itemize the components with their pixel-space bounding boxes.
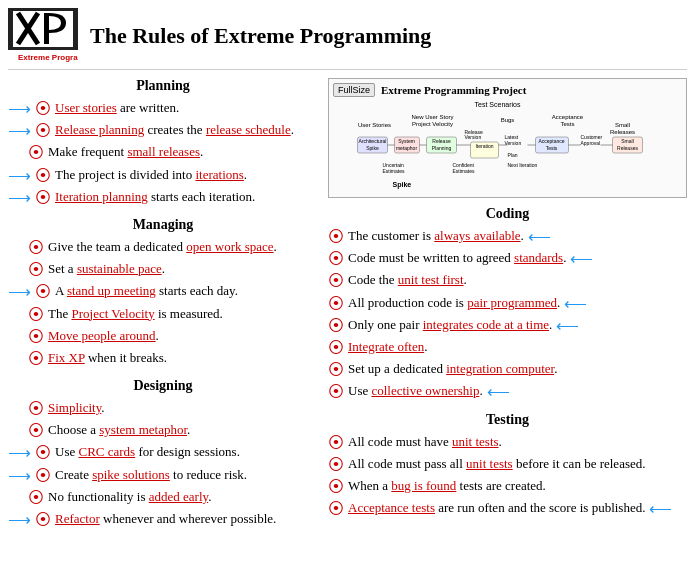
bullet-icon: ⦿: [28, 260, 44, 279]
arrow-icon: ⟶: [8, 282, 31, 301]
bullet-icon: ⦿: [35, 188, 51, 207]
left-column: Planning ⟶ ⦿ User stories are written. ⟶…: [8, 78, 318, 539]
managing-list: ⦿ Give the team a dedicated open work sp…: [8, 238, 318, 368]
arrow-icon: ⟶: [8, 121, 31, 140]
testing-title: Testing: [328, 412, 687, 428]
item-text: A stand up meeting starts each day.: [55, 282, 238, 300]
bullet-icon: ⦿: [328, 271, 344, 290]
fix-xp-link[interactable]: Fix XP: [48, 350, 85, 365]
unit-tests-link[interactable]: unit tests: [452, 434, 499, 449]
small-releases-link[interactable]: small releases: [127, 144, 200, 159]
integrates-code-link[interactable]: integrates code at a time: [423, 317, 549, 332]
arrow-icon: ⟵: [570, 249, 593, 268]
page: Extreme Programming The Rules of Extreme…: [0, 0, 695, 547]
item-text: The Project Velocity is measured.: [48, 305, 223, 323]
added-early-link[interactable]: added early: [149, 489, 208, 504]
bullet-icon: ⦿: [35, 99, 51, 118]
list-item: ⦿ The Project Velocity is measured.: [8, 305, 318, 324]
sustainable-pace-link[interactable]: sustainable pace: [77, 261, 162, 276]
list-item: ⟶ ⦿ Use CRC cards for design sessions.: [8, 443, 318, 462]
bullet-icon: ⦿: [28, 143, 44, 162]
list-item: ⦿ Use collective ownership. ⟵: [328, 382, 687, 401]
bullet-icon: ⦿: [35, 466, 51, 485]
all-unit-tests-link[interactable]: unit tests: [466, 456, 513, 471]
header: Extreme Programming The Rules of Extreme…: [8, 8, 687, 70]
testing-section: Testing ⦿ All code must have unit tests.…: [328, 412, 687, 519]
integration-computer-link[interactable]: integration computer: [446, 361, 554, 376]
list-item: ⦿ Only one pair integrates code at a tim…: [328, 316, 687, 335]
bullet-icon: ⦿: [28, 238, 44, 257]
managing-title: Managing: [8, 217, 318, 233]
standards-link[interactable]: standards: [514, 250, 563, 265]
item-text: Simplicity.: [48, 399, 105, 417]
xp-diagram: FullSize Extreme Programming Project Tes…: [328, 78, 687, 198]
svg-text:Estimates: Estimates: [453, 168, 475, 174]
project-velocity-link[interactable]: Project Velocity: [71, 306, 154, 321]
open-work-space-link[interactable]: open work space: [186, 239, 273, 254]
list-item: ⦿ Choose a system metaphor.: [8, 421, 318, 440]
list-item: ⦿ Give the team a dedicated open work sp…: [8, 238, 318, 257]
svg-text:metaphor: metaphor: [396, 145, 417, 151]
item-text: Set up a dedicated integration computer.: [348, 360, 557, 378]
bullet-icon: ⦿: [328, 338, 344, 357]
arrow-icon: ⟶: [8, 443, 31, 462]
item-text: Release planning creates the release sch…: [55, 121, 294, 139]
spike-solutions-link[interactable]: spike solutions: [92, 467, 170, 482]
bullet-icon: ⦿: [35, 443, 51, 462]
integrate-often-link[interactable]: Integrate often: [348, 339, 424, 354]
simplicity-link[interactable]: Simplicity: [48, 400, 101, 415]
item-text: Set a sustainable pace.: [48, 260, 165, 278]
list-item: ⟶ ⦿ A stand up meeting starts each day.: [8, 282, 318, 301]
arrow-icon: ⟵: [487, 382, 510, 401]
svg-text:Estimates: Estimates: [383, 168, 405, 174]
crc-cards-link[interactable]: CRC cards: [78, 444, 135, 459]
list-item: ⦿ Code the unit test first.: [328, 271, 687, 290]
iteration-planning-link[interactable]: Iteration planning: [55, 189, 148, 204]
bullet-icon: ⦿: [328, 382, 344, 401]
bullet-icon: ⦿: [328, 316, 344, 335]
svg-rect-4: [44, 13, 49, 44]
list-item: ⦿ All code must pass all unit tests befo…: [328, 455, 687, 474]
iterations-link[interactable]: iterations: [195, 167, 243, 182]
svg-text:Releases: Releases: [610, 129, 635, 135]
release-schedule-link[interactable]: release schedule: [206, 122, 291, 137]
release-planning-link[interactable]: Release planning: [55, 122, 144, 137]
user-stories-link[interactable]: User stories: [55, 100, 117, 115]
unit-test-first-link[interactable]: unit test first: [398, 272, 464, 287]
bullet-icon: ⦿: [28, 399, 44, 418]
planning-section: Planning ⟶ ⦿ User stories are written. ⟶…: [8, 78, 318, 207]
svg-text:Bugs: Bugs: [501, 117, 515, 123]
stand-up-link[interactable]: stand up meeting: [67, 283, 156, 298]
bullet-icon: ⦿: [328, 360, 344, 379]
item-text: All production code is pair programmed.: [348, 294, 560, 312]
fullsize-button[interactable]: FullSize: [333, 83, 375, 97]
item-text: The project is divided into iterations.: [55, 166, 247, 184]
pair-programmed-link[interactable]: pair programmed: [467, 295, 557, 310]
item-text: Use collective ownership.: [348, 382, 483, 400]
list-item: ⟶ ⦿ The project is divided into iteratio…: [8, 166, 318, 185]
bullet-icon: ⦿: [28, 349, 44, 368]
acceptance-tests-link[interactable]: Acceptance tests: [348, 500, 435, 515]
collective-ownership-link[interactable]: collective ownership: [371, 383, 479, 398]
refactor-link[interactable]: Refactor: [55, 511, 100, 526]
always-available-link[interactable]: always available: [434, 228, 520, 243]
list-item: ⦿ Make frequent small releases.: [8, 143, 318, 162]
system-metaphor-link[interactable]: system metaphor: [99, 422, 187, 437]
list-item: ⦿ The customer is always available. ⟵: [328, 227, 687, 246]
bullet-icon: ⦿: [28, 488, 44, 507]
list-item: ⦿ When a bug is found tests are created.: [328, 477, 687, 496]
bug-found-link[interactable]: bug is found: [391, 478, 456, 493]
bullet-icon: ⦿: [328, 433, 344, 452]
item-text: Fix XP when it breaks.: [48, 349, 167, 367]
list-item: ⟶ ⦿ User stories are written.: [8, 99, 318, 118]
bullet-icon: ⦿: [328, 455, 344, 474]
move-people-link[interactable]: Move people around: [48, 328, 156, 343]
svg-text:Release: Release: [432, 138, 451, 144]
svg-text:Next Iteration: Next Iteration: [508, 162, 538, 168]
arrow-icon: ⟶: [8, 188, 31, 207]
bullet-icon: ⦿: [28, 421, 44, 440]
list-item: ⟶ ⦿ Refactor whenever and wherever possi…: [8, 510, 318, 529]
arrow-icon: ⟶: [8, 166, 31, 185]
item-text: Choose a system metaphor.: [48, 421, 190, 439]
item-text: Move people around.: [48, 327, 159, 345]
